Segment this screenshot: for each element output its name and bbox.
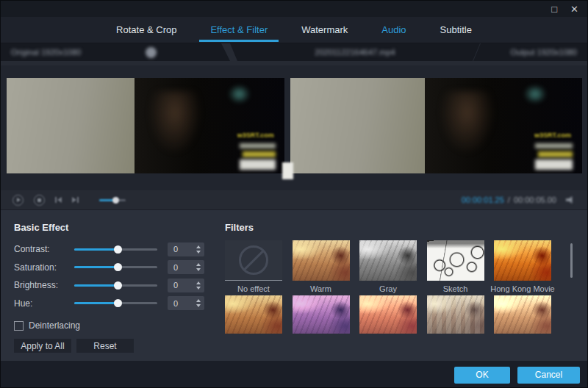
close-icon[interactable]: ✕ (570, 4, 578, 14)
basic-effect-section: Basic Effect Contrast: 0 Saturation: 0 B… (1, 210, 215, 361)
snapshot-icon[interactable] (34, 195, 45, 206)
filters-scrollbar[interactable] (570, 243, 573, 278)
effect-buttons: Apply to All Reset (14, 339, 215, 353)
subtitle-blur-block (535, 159, 573, 170)
spinner-arrows-icon[interactable] (196, 263, 204, 271)
filter-label: Gray (379, 284, 397, 293)
dialog-footer: OK Cancel (1, 361, 587, 388)
tab-bar: Rotate & Crop Effect & Filter Watermark … (1, 17, 587, 43)
spinner-arrows-icon[interactable] (196, 281, 204, 290)
filter-thumb[interactable] (427, 295, 484, 334)
filter-label: No effect (237, 284, 270, 293)
sketch-thumb[interactable] (427, 240, 484, 281)
no-effect-icon (239, 245, 268, 275)
output-video-preview: w3SRT.com (290, 78, 582, 173)
transport-controls (12, 195, 126, 206)
tab-subtitle[interactable]: Subtitle (429, 17, 483, 43)
subtitle-blur-block (535, 143, 573, 148)
no-effect-thumb[interactable] (225, 240, 282, 281)
tab-watermark[interactable]: Watermark (290, 17, 359, 43)
filter-sketch[interactable]: Sketch (427, 240, 484, 293)
next-frame-icon[interactable] (72, 197, 79, 203)
teal-glow (523, 84, 548, 105)
brightness-label: Brightness: (14, 280, 74, 290)
previous-frame-icon[interactable] (55, 197, 62, 203)
saturation-spinbox[interactable]: 0 (168, 260, 204, 274)
tab-effect-filter[interactable]: Effect & Filter (199, 17, 279, 43)
video-dark-region: w3SRT.com (135, 78, 284, 173)
volume-slider[interactable] (99, 199, 126, 201)
deinterlacing-label: Deinterlacing (29, 320, 80, 331)
brightness-slider[interactable] (74, 284, 157, 287)
original-resolution-label: Original 1920x1080 (11, 48, 81, 57)
filter-item[interactable] (494, 295, 551, 337)
total-time: 00:00:05.00 (514, 195, 556, 204)
gray-thumb[interactable] (359, 240, 417, 281)
eye-icon[interactable] (146, 47, 157, 58)
play-icon[interactable] (12, 195, 24, 206)
subtitle-blur-block (538, 151, 573, 157)
saturation-row: Saturation: 0 (14, 259, 215, 277)
settings-panel: Basic Effect Contrast: 0 Saturation: 0 B… (1, 210, 587, 361)
contrast-row: Contrast: 0 (14, 240, 215, 259)
subtitle-blur-block (243, 151, 276, 157)
original-video-preview: w3SRT.com (7, 78, 284, 173)
cancel-button[interactable]: Cancel (517, 367, 580, 384)
hue-spinbox[interactable]: 0 (168, 296, 204, 310)
face-silhouette (437, 91, 497, 158)
tab-audio[interactable]: Audio (370, 17, 417, 43)
reset-button[interactable]: Reset (76, 339, 134, 353)
speaker-icon[interactable] (566, 196, 576, 204)
filters-title: Filters (225, 222, 587, 233)
filter-label: Hong Kong Movie (490, 284, 554, 293)
info-bar: Original 1920x1080 20201122164647.mp4 Ou… (1, 43, 587, 65)
spinner-arrows-icon[interactable] (196, 299, 204, 307)
titlebar: □ ✕ (1, 1, 587, 17)
brightness-row: Brightness: 0 (14, 276, 215, 295)
time-display: 00:00:01.25 / 00:00:05.00 (462, 195, 576, 204)
filter-thumb[interactable] (494, 295, 551, 334)
contrast-slider[interactable] (74, 248, 157, 251)
tab-rotate-crop[interactable]: Rotate & Crop (105, 17, 187, 43)
filter-item[interactable] (359, 295, 417, 337)
contrast-label: Contrast: (14, 244, 74, 254)
filter-item[interactable] (427, 295, 484, 337)
saturation-slider[interactable] (74, 266, 157, 268)
brightness-spinbox[interactable]: 0 (168, 279, 204, 292)
filters-row-2 (225, 295, 587, 337)
spinner-arrows-icon[interactable] (196, 245, 204, 254)
saturation-value: 0 (168, 263, 178, 272)
hue-slider[interactable] (74, 302, 157, 304)
blurred-white-block (282, 162, 293, 179)
filter-item[interactable] (293, 295, 350, 337)
filters-row-1: No effect Warm Gray Sketch Hong Kong Mov… (225, 240, 587, 293)
filter-hong-kong-movie[interactable]: Hong Kong Movie (494, 240, 551, 293)
ok-button[interactable]: OK (454, 367, 510, 384)
filter-thumb[interactable] (293, 295, 350, 334)
filter-warm[interactable]: Warm (293, 240, 350, 293)
filter-gray[interactable]: Gray (359, 240, 417, 293)
preview-area: w3SRT.com w3SRT.com (1, 65, 587, 190)
contrast-spinbox[interactable]: 0 (168, 242, 204, 256)
hong-kong-movie-thumb[interactable] (494, 240, 551, 281)
subtitle-blur-block (240, 143, 276, 148)
deinterlacing-row: Deinterlacing (14, 320, 215, 331)
hue-value: 0 (168, 299, 178, 308)
hue-label: Hue: (14, 298, 74, 309)
current-time: 00:00:01.25 (462, 195, 504, 204)
filename-segment: 20201122164647.mp4 (230, 43, 480, 61)
maximize-icon[interactable]: □ (551, 4, 557, 14)
contrast-value: 0 (168, 245, 178, 254)
filter-label: Warm (310, 284, 331, 293)
original-info-segment: Original 1920x1080 (1, 43, 230, 61)
apply-to-all-button[interactable]: Apply to All (14, 339, 71, 353)
output-info-segment: Output 1920x1080 (473, 43, 587, 61)
deinterlacing-checkbox[interactable] (14, 321, 24, 331)
blurred-region (290, 78, 434, 173)
filter-thumb[interactable] (359, 295, 417, 334)
filter-item[interactable] (225, 295, 282, 337)
filter-no-effect[interactable]: No effect (225, 240, 282, 293)
warm-thumb[interactable] (293, 240, 350, 281)
basic-effect-title: Basic Effect (14, 222, 215, 233)
filter-thumb[interactable] (225, 295, 282, 334)
